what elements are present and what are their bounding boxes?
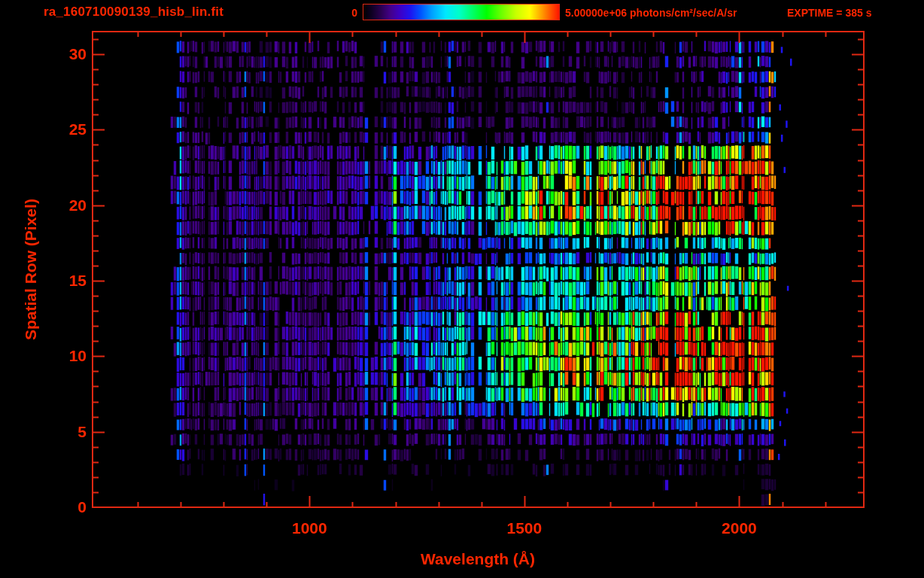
y-axis-title: Spatial Row (Pixel) bbox=[22, 199, 40, 340]
colorbar-max-label: 5.00000e+06 photons/cm²/sec/A/sr bbox=[565, 7, 737, 19]
spectrogram-heatmap-canvas bbox=[0, 0, 924, 578]
spectrogram-viewer-window: ra_160710090139_hisb_lin.fit 0 5.00000e+… bbox=[0, 0, 924, 578]
exposure-time-label: EXPTIME = 385 s bbox=[787, 7, 871, 19]
y-axis-tick-label: 15 bbox=[43, 272, 87, 290]
y-axis-tick-label: 5 bbox=[43, 423, 87, 441]
x-axis-tick-label: 1500 bbox=[507, 519, 543, 537]
y-axis-tick-label: 20 bbox=[43, 196, 87, 214]
colorbar bbox=[363, 4, 560, 20]
x-axis-tick-label: 2000 bbox=[722, 519, 757, 537]
colorbar-min-label: 0 bbox=[335, 7, 357, 19]
fits-filename-title: ra_160710090139_hisb_lin.fit bbox=[44, 5, 223, 20]
y-axis-tick-label: 30 bbox=[43, 45, 87, 63]
x-axis-title: Wavelength (Å) bbox=[421, 550, 535, 568]
x-axis-tick-label: 1000 bbox=[292, 519, 327, 537]
y-axis-tick-label: 0 bbox=[43, 498, 87, 516]
y-axis-tick-label: 10 bbox=[43, 347, 87, 365]
y-axis-tick-label: 25 bbox=[43, 120, 87, 138]
